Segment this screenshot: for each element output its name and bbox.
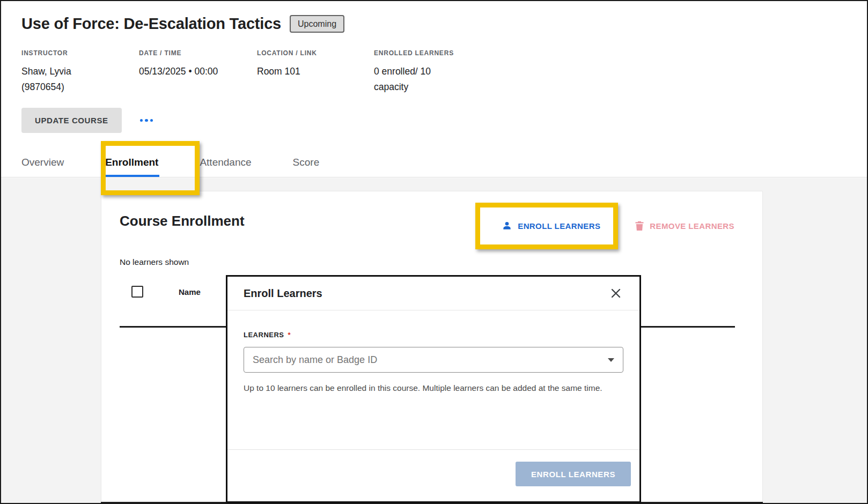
title-row: Use of Force: De-Escalation Tactics Upco…	[21, 15, 344, 33]
course-header: Use of Force: De-Escalation Tactics Upco…	[1, 1, 867, 177]
more-options-icon	[150, 119, 153, 122]
learners-field-label-row: LEARNERS *	[244, 331, 623, 339]
page-title: Use of Force: De-Escalation Tactics	[21, 15, 281, 33]
learners-table-header: Name	[131, 286, 201, 298]
meta-instructor: INSTRUCTOR Shaw, Lyvia (9870654)	[21, 49, 139, 95]
empty-state-text: No learners shown	[120, 257, 189, 267]
more-options-icon	[140, 119, 143, 122]
section-title: Course Enrollment	[120, 213, 245, 229]
tab-enrollment[interactable]: Enrollment	[105, 157, 158, 177]
enroll-learners-button[interactable]: ENROLL LEARNERS	[502, 220, 600, 231]
meta-enrolled: ENROLLED LEARNERS 0 enrolled/ 10 capacit…	[374, 49, 487, 95]
modal-footer-divider	[227, 449, 639, 450]
header-actions: UPDATE COURSE	[21, 108, 156, 133]
enrolled-capacity: capacity	[374, 79, 487, 95]
enrollment-card-header: Course Enrollment ENROLL LEARNERS	[120, 213, 734, 231]
meta-datetime: DATE / TIME 05/13/2025 • 00:00	[139, 49, 257, 95]
select-all-checkbox[interactable]	[131, 286, 143, 298]
course-meta: INSTRUCTOR Shaw, Lyvia (9870654) DATE / …	[21, 49, 487, 95]
tab-score-label: Score	[293, 157, 320, 168]
enrollment-helper-text: Up to 10 learners can be enrolled in thi…	[244, 382, 623, 395]
datetime-value: 05/13/2025 • 00:00	[139, 64, 257, 79]
app-window: Use of Force: De-Escalation Tactics Upco…	[0, 0, 868, 504]
remove-learners-button[interactable]: REMOVE LEARNERS	[635, 220, 734, 231]
learners-field-label: LEARNERS	[244, 331, 284, 339]
remove-learners-label: REMOVE LEARNERS	[650, 221, 734, 231]
more-options-icon	[145, 119, 148, 122]
modal-title: Enroll Learners	[244, 287, 322, 300]
chevron-down-icon[interactable]	[608, 358, 614, 362]
tab-enrollment-label: Enrollment	[105, 157, 158, 168]
tab-overview-label: Overview	[21, 157, 64, 168]
location-value: Room 101	[257, 64, 374, 79]
name-column-header: Name	[179, 287, 201, 297]
enrolled-count: 0 enrolled/ 10	[374, 64, 487, 79]
tab-overview[interactable]: Overview	[21, 157, 64, 177]
enroll-learners-label: ENROLL LEARNERS	[518, 221, 600, 231]
tab-attendance-label: Attendance	[200, 157, 251, 168]
course-tabs: Overview Enrollment Attendance Score	[21, 157, 319, 177]
status-badge: Upcoming	[290, 15, 344, 33]
update-course-button[interactable]: UPDATE COURSE	[21, 108, 122, 133]
datetime-label: DATE / TIME	[139, 49, 257, 57]
close-icon	[609, 287, 622, 300]
required-asterisk: *	[288, 331, 291, 339]
close-button[interactable]	[608, 286, 623, 301]
enrollment-actions: ENROLL LEARNERS REMOVE LEARNERS	[502, 220, 734, 231]
trash-icon	[635, 220, 644, 231]
modal-header: Enroll Learners	[227, 277, 639, 310]
modal-enroll-learners-button[interactable]: ENROLL LEARNERS	[516, 462, 631, 486]
tab-score[interactable]: Score	[293, 157, 320, 177]
modal-body: LEARNERS * Up to 10 learners can be enro…	[227, 310, 639, 395]
enroll-learners-modal: Enroll Learners LEARNERS * Up to 10 lear…	[226, 275, 641, 503]
more-options-button[interactable]	[137, 116, 157, 125]
learner-search-input[interactable]	[253, 354, 602, 366]
instructor-label: INSTRUCTOR	[21, 49, 139, 57]
instructor-badge-id: (9870654)	[21, 79, 139, 95]
tab-attendance[interactable]: Attendance	[200, 157, 251, 177]
location-label: LOCATION / LINK	[257, 49, 374, 57]
meta-location: LOCATION / LINK Room 101	[257, 49, 374, 95]
active-tab-indicator	[104, 175, 159, 177]
person-icon	[502, 220, 512, 231]
enrolled-label: ENROLLED LEARNERS	[374, 49, 487, 57]
instructor-name: Shaw, Lyvia	[21, 64, 139, 79]
learners-select-box[interactable]	[244, 347, 623, 373]
